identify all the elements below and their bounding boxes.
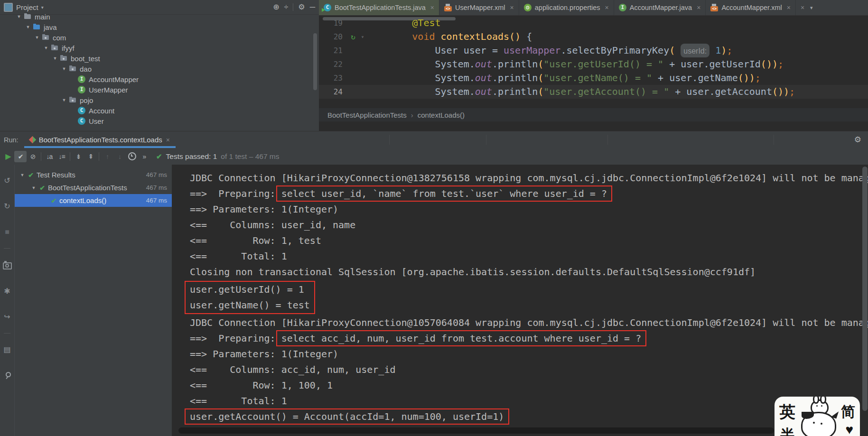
project-panel-title[interactable]: Project [16, 3, 38, 11]
console-text: ==> Preparing: [190, 333, 281, 344]
tab-close-icon[interactable]: × [510, 4, 514, 11]
breadcrumb-method[interactable]: contextLoads() [418, 111, 465, 119]
code-line: 24 System.out.println("user.getAccount()… [319, 85, 868, 99]
chevron-down-icon[interactable]: ▾ [41, 5, 44, 10]
line-number: 23 [319, 71, 347, 85]
console-text: <== Total: 1 [190, 250, 287, 262]
console-horizontal-scrollbar[interactable] [178, 427, 774, 434]
project-tree-item[interactable]: ▼pojo [0, 95, 319, 105]
expand-arrow-icon[interactable]: ▼ [41, 46, 51, 50]
expand-arrow-icon[interactable]: ▼ [19, 173, 26, 177]
expand-arrow-icon[interactable]: ▼ [14, 14, 24, 19]
close-icon[interactable]: × [166, 136, 170, 144]
gutter-spacer [347, 16, 359, 30]
toggle-auto-test-button[interactable]: ↻ [4, 203, 10, 210]
properties-icon [524, 4, 532, 11]
tab-close-icon[interactable]: × [430, 4, 434, 11]
tabbar-extras: ×▾ [796, 0, 818, 15]
expand-all-button[interactable]: ⇟ [72, 151, 84, 162]
project-tree-item[interactable]: Account [0, 105, 319, 116]
close-icon[interactable]: × [801, 4, 804, 11]
run-label: Run: [0, 136, 24, 144]
heart-icon: ♥ [845, 422, 853, 436]
project-scrollbar[interactable] [313, 33, 317, 90]
pin-tab-button[interactable] [3, 371, 11, 379]
show-ignored-button[interactable]: ⊘ [27, 151, 39, 162]
sort-by-duration-button[interactable]: ↓≡ [56, 151, 68, 162]
parameter-hint: userId: [681, 44, 709, 57]
folder-blue-icon [33, 23, 40, 31]
thread-dump-button[interactable] [3, 262, 12, 269]
test-tree-item[interactable]: ✔contextLoads()467 ms [15, 194, 172, 207]
project-tree-item[interactable]: ▼main [0, 11, 319, 22]
interface-icon [619, 4, 626, 11]
collapse-all-icon[interactable]: ÷ [284, 3, 289, 11]
locate-icon[interactable]: ⊕ [273, 3, 279, 11]
run-test-gutter-icon[interactable]: ↻ [347, 30, 359, 44]
project-tree-item[interactable]: ▼ifyyf [0, 43, 319, 53]
tab-close-icon[interactable]: × [697, 4, 700, 11]
tab-accountmapper-xml[interactable]: AccountMapper.xml× [706, 0, 796, 15]
sort-alphabetically-button[interactable]: ↓a [43, 151, 56, 162]
tab-close-icon[interactable]: × [605, 4, 609, 11]
next-failed-test-button[interactable]: ↓ [113, 151, 126, 162]
tab-boottestapplicationtests-java[interactable]: BootTestApplicationTests.java× [319, 0, 439, 15]
code-token: "user.getName() = " [543, 71, 652, 85]
code-token: out [475, 85, 492, 99]
package-icon [69, 65, 76, 73]
tab-accountmapper-java[interactable]: AccountMapper.java× [614, 0, 706, 15]
project-tree-item[interactable]: ▼com [0, 32, 319, 43]
test-history-button[interactable] [126, 151, 138, 162]
tab-overflow-icon[interactable]: ▾ [810, 5, 813, 11]
project-tree-item[interactable]: ▼java [0, 22, 319, 32]
code-token: @Test [412, 16, 440, 30]
settings-icon[interactable]: ⚙ [298, 3, 305, 11]
tab-application-properties[interactable]: application.properties× [519, 0, 614, 15]
previous-failed-test-button[interactable]: ↑ [101, 151, 113, 162]
run-toolbar: ▶✔⊘↓a↓≡⇟⇞↑↓» ✔ Tests passed: 1 of 1 test… [0, 148, 868, 165]
project-tree-item[interactable]: UserMapper [0, 84, 319, 95]
test-tree-item[interactable]: ▼✔Test Results467 ms [15, 168, 172, 181]
breadcrumb-class[interactable]: BootTestApplicationTests [327, 111, 407, 119]
layout-settings-button[interactable]: ▤ [3, 346, 10, 353]
expand-arrow-icon[interactable]: ▼ [59, 66, 69, 71]
tree-item-label: pojo [80, 96, 93, 104]
tab-close-icon[interactable]: × [787, 4, 791, 11]
project-tree-item[interactable]: ▼boot_test [0, 53, 319, 64]
project-tree-item[interactable]: User [0, 116, 319, 126]
console-text: ==> Preparing: [190, 188, 281, 199]
divider [4, 248, 10, 249]
coverage-button[interactable]: ✱ [4, 288, 10, 295]
expand-arrow-icon[interactable]: ▼ [50, 56, 60, 61]
collapse-all-button[interactable]: ⇞ [84, 151, 97, 162]
expand-arrow-icon[interactable]: ▼ [59, 98, 69, 102]
rerun-test-button[interactable]: ▶ [2, 151, 14, 162]
more-actions-button[interactable]: » [138, 151, 150, 162]
gear-icon[interactable]: ⚙ [854, 135, 861, 145]
console-vertical-scrollbar[interactable] [862, 167, 868, 411]
console-line: ==> Preparing: select user_id, `name` fr… [172, 186, 868, 202]
run-tab[interactable]: BootTestApplicationTests.contextLoads × [24, 131, 176, 148]
console-text: <== Row: 1, test [190, 235, 321, 246]
expand-arrow-icon[interactable]: ▼ [32, 35, 42, 40]
code-editor[interactable]: 19 @Test20↻▿ void contextLoads() {21 Use… [319, 16, 868, 99]
project-tree-item[interactable]: ▼dao [0, 64, 319, 74]
expand-arrow-icon[interactable]: ▼ [23, 25, 33, 29]
tab-usermapper-xml[interactable]: UserMapper.xml× [439, 0, 519, 15]
run-console[interactable]: JDBC Connection [HikariProxyConnection@1… [172, 165, 868, 436]
tab-label: UserMapper.xml [455, 4, 505, 11]
stop-button[interactable]: ■ [5, 228, 9, 236]
expand-arrow-icon[interactable]: ▼ [30, 186, 37, 190]
test-tree-item[interactable]: ▼✔BootTestApplicationTests467 ms [15, 181, 172, 194]
code-token: ; [727, 44, 732, 57]
project-tree-item[interactable]: AccountMapper [0, 74, 319, 84]
show-passed-toggle[interactable]: ✔ [14, 151, 27, 162]
jump-to-source-button[interactable]: ↪ [4, 313, 10, 321]
hide-panel-icon[interactable]: ─ [310, 3, 315, 11]
test-passed-icon: ✔ [37, 184, 47, 192]
run-tab-title: BootTestApplicationTests.contextLoads [39, 136, 162, 144]
breadcrumb-separator: › [411, 111, 413, 119]
folder-icon [24, 13, 31, 20]
rerun-failed-tests-button[interactable]: ↺ [4, 177, 10, 185]
code-token: "user.getAccount() = " [543, 85, 669, 99]
